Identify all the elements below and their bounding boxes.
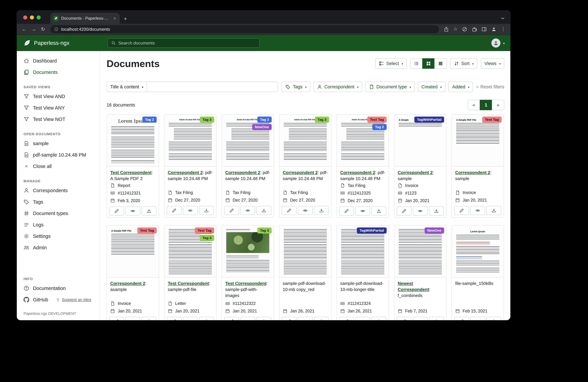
edit-button[interactable] [224,317,239,320]
download-button[interactable] [314,317,329,320]
document-thumbnail[interactable]: Adobe Acrobat PDF Files Tag 2NewOne [222,115,274,167]
download-button[interactable] [372,317,386,320]
download-button[interactable] [256,317,271,320]
view-button[interactable] [470,206,485,215]
edit-button[interactable] [282,317,296,320]
view-button[interactable] [126,206,140,216]
tag-badge[interactable]: Tag 3 [200,235,214,241]
suggest-an-idea-link[interactable]: Suggest an idea [62,297,91,302]
edit-button[interactable] [339,317,354,320]
view-button[interactable] [298,206,313,215]
sidebar-item-saved-view[interactable]: Test View AND [17,91,100,102]
tag-badge[interactable]: TagWithPartial [414,117,444,123]
document-title[interactable]: sample-pdf-download-10-mb copy_red [283,281,326,292]
site-info-icon[interactable] [54,27,59,31]
tag-badge[interactable]: Tag 3 [257,227,272,234]
tab-search-chevron-icon[interactable] [500,16,505,21]
view-button[interactable] [298,317,313,320]
tab-close-icon[interactable]: × [113,16,117,21]
select-button[interactable]: Select ▾ [375,58,407,69]
download-button[interactable] [486,206,501,215]
view-detail-button[interactable] [434,58,447,69]
sidebar-item-document-types[interactable]: Document types [17,208,100,219]
views-button[interactable]: Views ▾ [481,58,504,69]
tag-badge[interactable]: Test Tag [137,227,157,234]
correspondent-link[interactable]: Correspondent 2 [168,170,203,175]
download-button[interactable] [142,206,156,216]
tag-badge[interactable]: NewOne [252,124,272,130]
edit-button[interactable] [397,317,412,320]
tag-badge[interactable]: Test Tag [195,227,214,234]
edit-button[interactable] [167,317,182,320]
correspondent-link[interactable]: Test Correspondent [168,281,209,286]
correspondent-link[interactable]: Correspondent 2 [398,170,433,175]
download-button[interactable] [486,317,501,320]
tag-badge[interactable]: Tag 2 [142,117,157,123]
document-thumbnail[interactable]: A Simple PDF File Test Tag [452,115,504,167]
sidebar-item-dashboard[interactable]: Dashboard [17,55,100,66]
edit-button[interactable] [397,206,412,216]
edit-button[interactable] [454,317,469,320]
extensions-puzzle-icon[interactable] [472,26,477,32]
sidebar-item-correspondents[interactable]: Correspondents [17,185,100,196]
correspondent-link[interactable]: Test Correspondent [225,281,266,286]
forward-button[interactable]: → [30,27,38,32]
next-page-button[interactable]: » [492,100,504,110]
side-panel-icon[interactable] [482,26,487,32]
edit-button[interactable] [109,317,124,320]
view-button[interactable] [126,317,140,320]
back-button[interactable]: ← [20,27,28,32]
sidebar-item-documentation[interactable]: Documentation [17,282,100,294]
download-button[interactable] [199,317,214,320]
document-thumbnail[interactable]: Adobe Acrobat PDF Files Tag 3 [279,115,331,167]
sidebar-item-open-document[interactable]: sample [17,138,100,149]
edit-button[interactable] [454,206,469,215]
maximize-window-button[interactable] [37,16,41,20]
document-thumbnail[interactable]: Adobe Acrobat PDF Files Test TagTag 2 [337,115,389,167]
correspondent-link[interactable]: Correspondent 2 [110,281,145,286]
document-thumbnail[interactable]: Test TagTag 3 [164,225,216,278]
tag-badge[interactable]: TagWithPartial [357,227,387,234]
view-button[interactable] [240,317,255,320]
correspondent-filter-button[interactable]: Correspondent ▾ [313,82,362,92]
sidebar-item-saved-view[interactable]: Test View ANY [17,102,100,114]
sidebar-item-saved-view[interactable]: Test View NOT [17,114,100,125]
document-thumbnail[interactable]: NewOne [394,225,446,278]
sort-button[interactable]: Sort ▾ [450,58,477,69]
download-button[interactable] [142,317,156,320]
added-filter-button[interactable]: Added ▾ [448,82,473,92]
browser-tab[interactable]: Documents - Paperless-ngx × [50,13,120,24]
download-button[interactable] [429,206,444,216]
correspondent-link[interactable]: Newest Correspondent [398,281,429,292]
document-thumbnail[interactable]: A Simple PDF File Test Tag [107,225,159,278]
document-thumbnail[interactable] [279,225,331,278]
minimize-window-button[interactable] [30,16,34,20]
tag-badge[interactable]: Tag 3 [315,117,329,123]
sidebar-item-open-document[interactable]: pdf-sample 10.24.48 PM [17,149,100,161]
document-thumbnail[interactable]: Adobe Acrobat PDF Files Tag 3 [164,115,216,167]
close-window-button[interactable] [23,16,27,20]
reset-filters-button[interactable]: × Reset filters [476,84,504,90]
view-list-button[interactable] [410,58,422,69]
view-button[interactable] [183,317,198,320]
view-button[interactable] [413,317,428,320]
browser-profile-icon[interactable] [491,26,497,32]
page-status-icon[interactable] [462,26,467,32]
view-button[interactable] [240,206,255,215]
document-title[interactable]: file-sample_150kBs [455,281,493,286]
close-all-button[interactable]: × Close all [17,161,100,172]
sidebar-item-documents[interactable]: Documents [17,66,100,78]
view-button[interactable] [413,206,428,216]
download-button[interactable] [199,206,214,215]
previous-page-button[interactable]: « [468,100,480,110]
sidebar-item-github[interactable]: GitHub Suggest an idea [17,294,100,305]
download-button[interactable] [372,206,386,216]
tags-filter-button[interactable]: Tags ▾ [282,82,310,92]
view-button[interactable] [355,206,370,216]
download-button[interactable] [314,206,329,215]
document-thumbnail[interactable]: Tag 3 [222,225,274,278]
browser-menu-icon[interactable]: ⋮ [501,27,506,32]
view-button[interactable] [470,317,485,320]
download-button[interactable] [256,206,271,215]
tag-badge[interactable]: Tag 3 [200,117,214,123]
